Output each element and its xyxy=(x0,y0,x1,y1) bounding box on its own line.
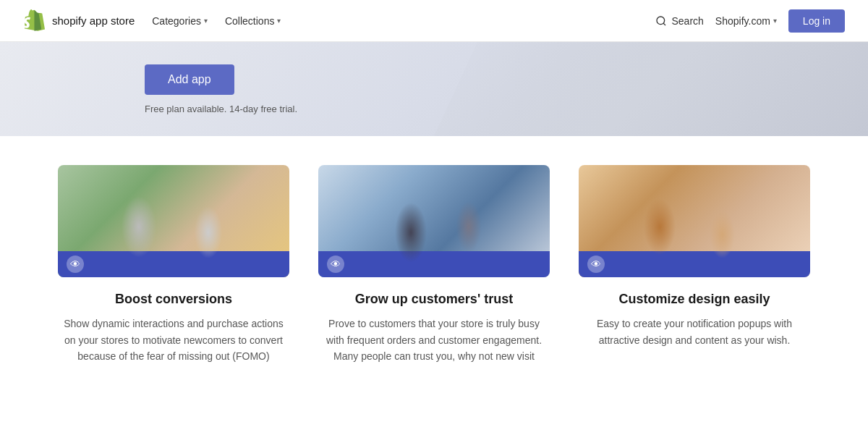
add-app-button[interactable]: Add app xyxy=(145,64,234,95)
feature-desc-1: Show dynamic interactions and purchase a… xyxy=(58,316,289,364)
login-button[interactable]: Log in xyxy=(788,9,845,33)
hero-content: Add app Free plan available. 14-day free… xyxy=(145,64,297,114)
search-icon xyxy=(655,15,667,27)
feature-image-wrap-1: 👁 xyxy=(58,165,289,277)
shopify-com-chevron-icon: ▾ xyxy=(773,17,777,25)
feature-image-wrap-2: 👁 xyxy=(318,165,550,277)
feature-image-wrap-3: 👁 xyxy=(579,165,810,277)
feature-image-2: 👁 xyxy=(318,165,550,277)
categories-chevron-icon: ▾ xyxy=(204,17,208,25)
hero-banner: Add app Free plan available. 14-day free… xyxy=(0,42,868,136)
feature-desc-2: Prove to customers that your store is tr… xyxy=(318,316,550,364)
image-footer-3: 👁 xyxy=(579,251,810,277)
logo-text: shopify app store xyxy=(52,14,135,27)
app-icon-2: 👁 xyxy=(327,256,344,273)
feature-card-3: 👁 Customize design easily Easy to create… xyxy=(579,165,810,364)
feature-title-2: Grow up customers' trust xyxy=(355,292,513,307)
feature-card-1: 👁 Boost conversions Show dynamic interac… xyxy=(58,165,289,364)
collections-nav-link[interactable]: Collections ▾ xyxy=(225,12,281,30)
nav-right: Search Shopify.com ▾ Log in xyxy=(655,9,845,33)
feature-title-1: Boost conversions xyxy=(115,292,232,307)
svg-point-0 xyxy=(657,17,665,25)
navbar: shopify app store Categories ▾ Collectio… xyxy=(0,0,868,42)
nav-left: shopify app store Categories ▾ Collectio… xyxy=(23,9,281,33)
feature-image-3: 👁 xyxy=(579,165,810,277)
feature-desc-3: Easy to create your notification popups … xyxy=(579,316,810,348)
shopify-logo-icon xyxy=(23,9,46,33)
collections-chevron-icon: ▾ xyxy=(277,17,281,25)
logo[interactable]: shopify app store xyxy=(23,9,135,33)
image-footer-2: 👁 xyxy=(318,251,550,277)
free-plan-text: Free plan available. 14-day free trial. xyxy=(145,104,297,114)
app-icon-1: 👁 xyxy=(67,256,84,273)
feature-card-2: 👁 Grow up customers' trust Prove to cust… xyxy=(318,165,550,364)
feature-image-1: 👁 xyxy=(58,165,289,277)
image-footer-1: 👁 xyxy=(58,251,289,277)
shopify-com-link[interactable]: Shopify.com ▾ xyxy=(715,15,777,27)
app-icon-3: 👁 xyxy=(587,256,605,273)
search-button[interactable]: Search xyxy=(655,15,703,27)
feature-title-3: Customize design easily xyxy=(618,292,770,307)
svg-line-1 xyxy=(664,23,666,25)
categories-nav-link[interactable]: Categories ▾ xyxy=(152,12,208,30)
features-section: 👁 Boost conversions Show dynamic interac… xyxy=(0,136,868,408)
